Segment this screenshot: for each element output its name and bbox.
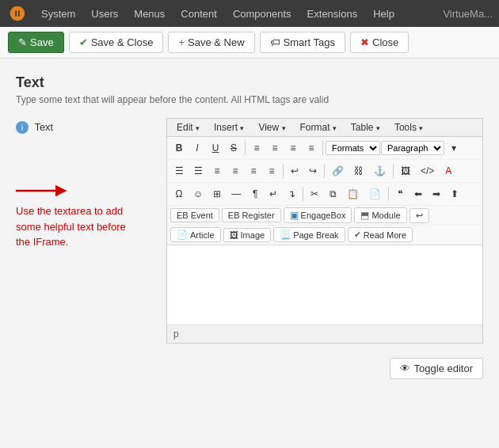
- info-icon: i: [16, 121, 29, 134]
- save-label: Save: [30, 36, 54, 48]
- nav-system[interactable]: System: [35, 5, 82, 23]
- strikethrough-button[interactable]: S: [225, 139, 242, 158]
- section-subtitle: Type some text that will appear before t…: [16, 94, 483, 105]
- sep-3: [283, 164, 284, 178]
- nav-menus[interactable]: Menus: [128, 5, 171, 23]
- nav-help[interactable]: Help: [367, 5, 401, 23]
- section-title: Text: [16, 74, 483, 91]
- paragraph-select[interactable]: Paragraph: [381, 141, 444, 155]
- align-right-button[interactable]: ≡: [284, 139, 302, 158]
- toolbar-row-3: Ω ☺ ⊞ — ¶ ↵ ↴ ✂ ⧉ 📋 📄 ❝ ⬅ ➡ ⬆: [167, 183, 482, 206]
- toolbar-row-1: B I U S ≡ ≡ ≡ ≡ Formats Paragraph: [167, 137, 482, 160]
- editor-path: p: [173, 328, 179, 340]
- nav-components[interactable]: Components: [227, 5, 298, 23]
- editor-content-area[interactable]: [167, 245, 482, 325]
- outdent-list-button[interactable]: ≡: [263, 161, 280, 180]
- indent-list-button[interactable]: ≡: [245, 161, 262, 180]
- editor-row: i Text Use the textarea to add some help…: [16, 118, 483, 344]
- paste-text-button[interactable]: 📄: [364, 184, 386, 203]
- save-close-button[interactable]: ✔ Save & Close: [69, 32, 164, 53]
- editor-menubar: Edit ▾ Insert ▾ View ▾ Format ▾ Table ▾ …: [167, 119, 482, 137]
- nav-content[interactable]: Content: [174, 5, 223, 23]
- save-new-label: Save & New: [188, 36, 245, 48]
- bold-button[interactable]: B: [170, 139, 188, 158]
- formats-select[interactable]: Formats: [326, 141, 380, 155]
- plugin-more-button[interactable]: ↩: [409, 208, 429, 223]
- unlink-button[interactable]: ⛓: [349, 161, 368, 180]
- image-label: Image: [241, 230, 265, 240]
- tag-icon: 🏷: [270, 36, 280, 48]
- smart-tags-button[interactable]: 🏷 Smart Tags: [260, 32, 346, 53]
- engagebox-icon: ▣: [290, 210, 299, 221]
- eye-icon: 👁: [400, 363, 410, 374]
- link-button[interactable]: 🔗: [327, 161, 349, 180]
- page-break-button[interactable]: 📃 Page Break: [273, 227, 345, 242]
- blockquote-button[interactable]: ❝: [391, 184, 409, 203]
- copy-button[interactable]: ⧉: [324, 184, 341, 203]
- anchor-button[interactable]: ⚓: [369, 161, 390, 180]
- eb-register-button[interactable]: EB Register: [222, 208, 281, 222]
- expand-button[interactable]: ▾: [445, 139, 463, 158]
- rtl2-button[interactable]: ➡: [428, 184, 445, 203]
- insert-menu[interactable]: Insert ▾: [208, 120, 250, 135]
- format-menu[interactable]: Format ▾: [294, 120, 343, 135]
- content-area: Text Type some text that will appear bef…: [0, 59, 499, 351]
- redo-button[interactable]: ↪: [304, 161, 322, 180]
- nav-extensions[interactable]: Extensions: [301, 5, 364, 23]
- align-justify-button[interactable]: ≡: [303, 139, 320, 158]
- close-button[interactable]: ✖ Close: [350, 32, 409, 53]
- ordered-list-button[interactable]: ≡: [208, 161, 226, 180]
- save-button[interactable]: ✎ Save: [8, 32, 64, 53]
- page-break-label: Page Break: [293, 230, 338, 240]
- engagebox-button[interactable]: ▣ EngageBox: [284, 207, 352, 223]
- color-button[interactable]: A: [440, 161, 457, 180]
- ltr-button[interactable]: ↵: [265, 184, 282, 203]
- close-icon: ✖: [360, 36, 369, 48]
- save-close-label: Save & Close: [91, 36, 154, 48]
- unordered-list2-button[interactable]: ☰: [189, 161, 208, 180]
- table-insert-button[interactable]: ⊞: [208, 184, 226, 203]
- view-menu[interactable]: View ▾: [252, 120, 291, 135]
- edit-menu[interactable]: Edit ▾: [170, 120, 206, 135]
- toggle-editor-button[interactable]: 👁 Toggle editor: [390, 358, 483, 379]
- underline-button[interactable]: U: [207, 139, 224, 158]
- align-center-button[interactable]: ≡: [266, 139, 284, 158]
- code-button[interactable]: </>: [416, 161, 439, 180]
- table-menu[interactable]: Table ▾: [345, 120, 387, 135]
- italic-button[interactable]: I: [189, 139, 206, 158]
- hr-button[interactable]: —: [227, 184, 246, 203]
- module-button[interactable]: ⬒ Module: [354, 207, 406, 223]
- align-left-button[interactable]: ≡: [248, 139, 265, 158]
- unordered-list-button[interactable]: ☰: [170, 161, 189, 180]
- engagebox-label: EngageBox: [301, 211, 346, 220]
- ordered-list2-button[interactable]: ≡: [227, 161, 244, 180]
- plugin-row-2: 📄 Article 🖼 Image 📃 Page Break ✔ Read Mo…: [167, 226, 482, 245]
- sep-6: [303, 187, 303, 201]
- sep-7: [388, 187, 389, 201]
- image-button[interactable]: 🖼 Image: [223, 228, 272, 242]
- save-new-button[interactable]: + Save & New: [168, 32, 254, 53]
- undo-button[interactable]: ↩: [286, 161, 303, 180]
- editor-status-bar: p: [167, 325, 482, 343]
- read-more-button[interactable]: ✔ Read More: [348, 227, 413, 242]
- pilcrow-button[interactable]: ¶: [246, 184, 264, 203]
- ltr2-button[interactable]: ⬅: [409, 184, 427, 203]
- article-button[interactable]: 📄 Article: [170, 227, 221, 242]
- rich-text-editor[interactable]: Edit ▾ Insert ▾ View ▾ Format ▾ Table ▾ …: [166, 118, 483, 344]
- eb-event-label: EB Event: [177, 211, 213, 220]
- image-button[interactable]: 🖼: [396, 161, 415, 180]
- page-toolbar: ✎ Save ✔ Save & Close + Save & New 🏷 Sma…: [0, 27, 499, 59]
- plugin-more-icon: ↩: [416, 211, 423, 221]
- check-icon: ✔: [79, 36, 88, 48]
- bottom-bar: 👁 Toggle editor: [0, 351, 499, 385]
- nav-users[interactable]: Users: [85, 5, 124, 23]
- cut-button[interactable]: ✂: [306, 184, 323, 203]
- plugin-row-1: EB Event EB Register ▣ EngageBox ⬒ Modul…: [167, 206, 482, 226]
- upload-button[interactable]: ⬆: [446, 184, 463, 203]
- rtl-button[interactable]: ↴: [283, 184, 300, 203]
- paste-button[interactable]: 📋: [342, 184, 364, 203]
- tools-menu[interactable]: Tools ▾: [388, 120, 429, 135]
- eb-event-button[interactable]: EB Event: [170, 208, 219, 222]
- emoji-button[interactable]: ☺: [189, 184, 208, 203]
- omega-button[interactable]: Ω: [170, 184, 188, 203]
